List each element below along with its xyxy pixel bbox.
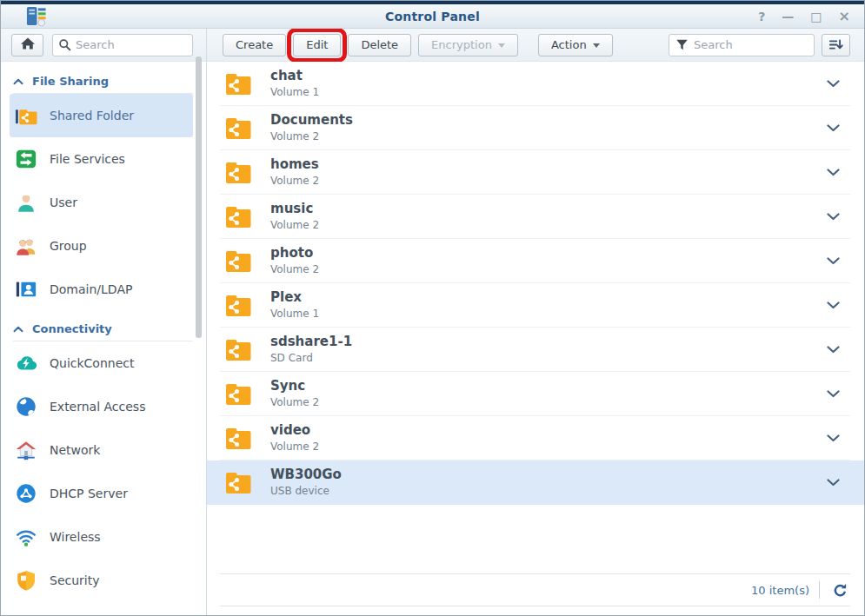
folder-row-sync[interactable]: Sync Volume 2 [220, 372, 850, 416]
chevron-down-icon[interactable] [822, 252, 845, 270]
button-label: Action [551, 38, 587, 51]
sidebar-search-band [1, 29, 206, 62]
filter-icon [675, 38, 689, 51]
folder-row-wb300go[interactable]: WB300Go USB device [207, 460, 864, 505]
caret-down-icon [498, 43, 505, 48]
refresh-button[interactable] [829, 580, 850, 600]
shared-folder-icon [223, 245, 254, 276]
delete-button[interactable]: Delete [348, 34, 411, 56]
shared-folder-icon [223, 422, 254, 454]
sort-icon [828, 38, 843, 51]
folder-row-sdshare1-1[interactable]: sdshare1-1 SD Card [220, 328, 850, 372]
chevron-down-icon[interactable] [822, 429, 845, 447]
dhcp-server-icon [14, 481, 38, 506]
folder-row-plex[interactable]: Plex Volume 1 [220, 283, 850, 328]
sidebar-item-group[interactable]: Group [10, 224, 193, 268]
sidebar-item-label: Wireless [50, 530, 101, 544]
sidebar-search-input[interactable] [76, 38, 187, 51]
network-icon [14, 438, 38, 462]
create-button[interactable]: Create [223, 34, 286, 56]
button-label: Delete [361, 38, 398, 51]
folder-row-music[interactable]: music Volume 2 [220, 195, 850, 239]
shared-folder-icon [223, 201, 254, 232]
sidebar-section-connectivity[interactable]: Connectivity [13, 311, 193, 341]
sidebar: File Sharing Shared Folder File Services… [1, 29, 207, 615]
toolbar-right [669, 34, 850, 56]
titlebar: Control Panel ? — □ × [1, 4, 864, 29]
chevron-down-icon[interactable] [822, 75, 845, 93]
button-label: Encryption [431, 38, 492, 51]
help-button[interactable]: ? [758, 10, 765, 23]
folder-location: Volume 2 [270, 175, 319, 187]
folder-name: video [270, 423, 319, 438]
folder-row-chat[interactable]: chat Volume 1 [220, 62, 850, 106]
sidebar-section-system[interactable]: System [13, 602, 193, 615]
sidebar-item-label: External Access [50, 400, 145, 414]
folder-location: Volume 2 [270, 396, 319, 408]
sidebar-item-label: Network [50, 443, 100, 457]
shared-folder-list: chat Volume 1 Documents Volume 2 [207, 62, 864, 573]
folder-row-photo[interactable]: photo Volume 2 [220, 239, 850, 283]
chevron-up-icon [13, 326, 23, 333]
action-button[interactable]: Action [538, 34, 613, 56]
sidebar-item-shared-folder[interactable]: Shared Folder [10, 94, 193, 137]
minimize-button[interactable]: — [782, 10, 794, 23]
sidebar-item-quickconnect[interactable]: QuickConnect [10, 341, 193, 385]
sidebar-section-file-sharing[interactable]: File Sharing [13, 63, 193, 94]
sidebar-item-user[interactable]: User [10, 181, 193, 224]
shared-folder-icon [223, 68, 254, 99]
home-button[interactable] [11, 34, 43, 56]
chevron-up-icon [13, 78, 23, 85]
shared-folder-icon [223, 467, 254, 498]
chevron-down-icon[interactable] [822, 163, 845, 182]
folder-name: Sync [270, 379, 319, 394]
folder-row-video[interactable]: video Volume 2 [220, 416, 850, 460]
sidebar-nav: File Sharing Shared Folder File Services… [1, 62, 206, 615]
close-button[interactable]: × [839, 10, 850, 23]
chevron-down-icon[interactable] [822, 208, 845, 226]
sidebar-item-network[interactable]: Network [10, 428, 193, 472]
sidebar-item-wireless[interactable]: Wireless [10, 515, 193, 559]
shared-folder-icon [223, 289, 254, 321]
chevron-down-icon[interactable] [822, 385, 845, 403]
chevron-down-icon[interactable] [822, 296, 845, 315]
window-title: Control Panel [1, 10, 864, 23]
folder-row-homes[interactable]: homes Volume 2 [220, 150, 850, 195]
sidebar-item-dhcp-server[interactable]: DHCP Server [10, 472, 193, 515]
filter-search [669, 34, 815, 56]
sidebar-item-label: User [50, 195, 77, 209]
sidebar-item-label: DHCP Server [50, 487, 128, 500]
sidebar-search [52, 34, 193, 56]
window-controls: ? — □ × [758, 10, 864, 23]
sidebar-section-label: Connectivity [32, 322, 112, 335]
bottom-pad [207, 606, 864, 615]
sidebar-item-external-access[interactable]: External Access [10, 385, 193, 428]
folder-location: USB device [270, 485, 342, 497]
sidebar-item-label: Group [50, 239, 87, 253]
sort-button[interactable] [822, 34, 850, 56]
folder-location: Volume 2 [270, 130, 353, 142]
sidebar-item-file-services[interactable]: File Services [10, 137, 193, 181]
file-services-icon [14, 147, 38, 171]
chevron-down-icon[interactable] [822, 474, 845, 492]
shared-folder-icon [223, 156, 254, 188]
filter-search-input[interactable] [694, 38, 808, 51]
sidebar-item-label: Domain/LDAP [50, 282, 132, 296]
folder-name: music [270, 202, 319, 216]
external-access-icon [14, 394, 38, 419]
toolbar: CreateEditDeleteEncryptionAction [207, 29, 864, 62]
sidebar-item-security[interactable]: Security [10, 559, 193, 602]
edit-button[interactable]: Edit [293, 34, 341, 56]
chevron-down-icon[interactable] [822, 341, 845, 359]
user-icon [14, 190, 38, 215]
sidebar-scrollbar-thumb[interactable] [196, 56, 202, 338]
folder-name: Documents [270, 113, 353, 128]
folder-row-documents[interactable]: Documents Volume 2 [220, 106, 850, 150]
maximize-button[interactable]: □ [810, 10, 822, 23]
chevron-down-icon[interactable] [822, 119, 845, 137]
button-label: Create [236, 38, 273, 51]
sidebar-item-domain-ldap[interactable]: Domain/LDAP [10, 268, 193, 311]
sidebar-section-label: File Sharing [32, 75, 109, 88]
main-row: File Sharing Shared Folder File Services… [1, 29, 864, 615]
button-label: Edit [306, 38, 328, 51]
